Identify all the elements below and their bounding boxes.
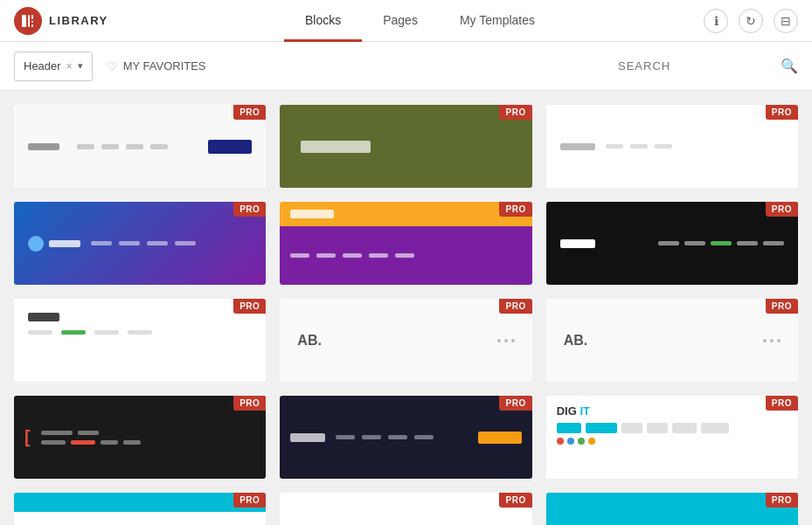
template-preview-12: DIG IT: [546, 396, 798, 479]
pro-badge: PRO: [499, 202, 531, 217]
template-preview-8: AB.: [280, 299, 531, 382]
logo-text: LIBRARY: [49, 14, 108, 27]
search-input[interactable]: [618, 59, 775, 73]
info-icon-button[interactable]: ℹ: [704, 9, 728, 33]
template-preview-1: [14, 105, 266, 188]
pro-badge: PRO: [233, 299, 266, 314]
search-icon[interactable]: 🔍: [781, 58, 798, 74]
filter-value: Header: [24, 59, 61, 73]
template-card-15[interactable]: PRO: [546, 493, 798, 525]
clear-filter-button[interactable]: ×: [66, 60, 73, 73]
template-card-11[interactable]: PRO: [280, 396, 531, 479]
template-card-12[interactable]: DIG IT PRO: [546, 396, 798, 479]
template-card-14[interactable]: PARISIAN PRO: [280, 493, 531, 525]
template-preview-15: [546, 493, 798, 525]
toolbar: Header × ▾ ♡ MY FAVORITES 🔍: [0, 42, 812, 91]
pro-badge: PRO: [233, 202, 266, 217]
pro-badge: PRO: [766, 202, 798, 217]
pro-badge: PRO: [499, 493, 531, 508]
tab-my-templates[interactable]: My Templates: [439, 0, 556, 42]
pro-badge: PRO: [233, 105, 266, 120]
template-preview-5: [280, 202, 531, 285]
tabs: Blocks Pages My Templates: [136, 0, 704, 41]
template-card-13[interactable]: PRO: [14, 493, 266, 525]
svg-rect-4: [31, 24, 33, 27]
template-card-1[interactable]: PRO: [14, 105, 266, 188]
template-card-3[interactable]: PRO: [546, 105, 798, 188]
pro-badge: PRO: [766, 493, 798, 508]
template-card-9[interactable]: AB. PRO: [546, 299, 798, 382]
template-card-4[interactable]: PRO: [14, 202, 266, 285]
template-card-7[interactable]: PRO: [14, 299, 266, 382]
filter-dropdown[interactable]: Header × ▾: [14, 52, 93, 81]
elementor-logo-icon: [14, 7, 42, 35]
template-card-6[interactable]: PRO: [546, 202, 798, 285]
template-preview-6: [546, 202, 798, 285]
pro-badge: PRO: [766, 299, 798, 314]
header-icons: ℹ ↻ ⊟: [704, 9, 798, 33]
pro-badge: PRO: [499, 299, 531, 314]
pro-badge: PRO: [499, 396, 531, 411]
template-preview-4: [14, 202, 266, 285]
pro-badge: PRO: [499, 105, 531, 120]
template-preview-7: [14, 299, 266, 382]
pro-badge: PRO: [766, 105, 798, 120]
svg-rect-1: [28, 15, 30, 27]
template-preview-10: [: [14, 396, 266, 479]
svg-rect-2: [31, 15, 33, 19]
svg-rect-0: [22, 15, 26, 27]
template-grid: PRO PRO PRO: [0, 91, 812, 525]
heart-icon: ♡: [107, 59, 118, 73]
template-preview-11: [280, 396, 531, 479]
template-preview-3: [546, 105, 798, 188]
pro-badge: PRO: [233, 493, 266, 508]
chevron-down-icon: ▾: [78, 60, 83, 72]
template-preview-13: [14, 493, 266, 525]
template-card-5[interactable]: PRO: [280, 202, 531, 285]
template-preview-14: PARISIAN: [280, 493, 531, 525]
header: LIBRARY Blocks Pages My Templates ℹ ↻ ⊟: [0, 0, 812, 42]
pro-badge: PRO: [233, 396, 266, 411]
save-icon-button[interactable]: ⊟: [774, 9, 798, 33]
logo-area: LIBRARY: [14, 7, 136, 35]
svg-rect-3: [31, 21, 33, 23]
pro-badge: PRO: [766, 396, 798, 411]
refresh-icon-button[interactable]: ↻: [739, 9, 763, 33]
template-card-2[interactable]: PRO: [280, 105, 531, 188]
favorites-label: MY FAVORITES: [123, 59, 206, 73]
search-area: 🔍: [618, 58, 798, 74]
template-preview-2: [280, 105, 531, 188]
tab-pages[interactable]: Pages: [362, 0, 439, 42]
template-card-8[interactable]: AB. PRO: [280, 299, 531, 382]
favorites-button[interactable]: ♡ MY FAVORITES: [107, 59, 206, 73]
tab-blocks[interactable]: Blocks: [284, 0, 362, 42]
template-card-10[interactable]: [ PRO: [14, 396, 266, 479]
template-preview-9: AB.: [546, 299, 798, 382]
